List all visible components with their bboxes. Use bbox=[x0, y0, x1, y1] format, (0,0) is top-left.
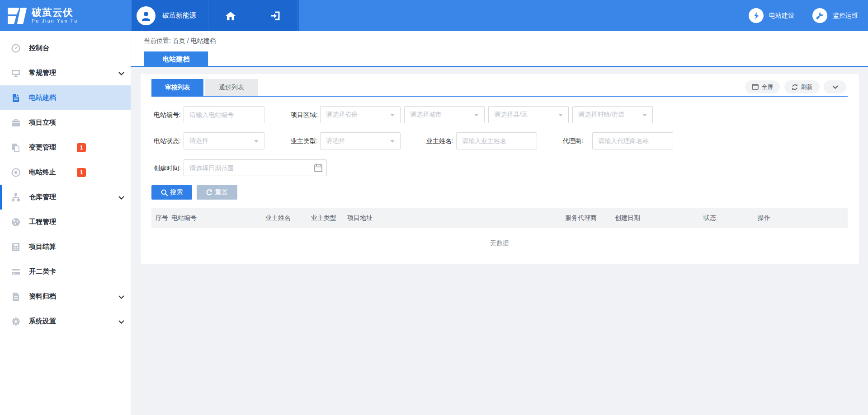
copy-icon bbox=[11, 143, 21, 153]
col-actions: 操作 bbox=[758, 208, 770, 228]
user-menu[interactable]: 破茧新能源 bbox=[132, 0, 208, 31]
breadcrumb: 当前位置: 首页 / 电站建档 bbox=[144, 37, 216, 45]
city-select[interactable]: 请选择城市 bbox=[404, 106, 485, 123]
owner-type-select[interactable]: 请选择 bbox=[320, 132, 401, 149]
col-index: 序号 bbox=[156, 208, 168, 228]
card-icon bbox=[11, 267, 21, 277]
badge-count: 1 bbox=[77, 168, 86, 177]
sitemap-icon bbox=[11, 192, 21, 202]
col-status: 状态 bbox=[703, 208, 716, 228]
owner-name-input[interactable] bbox=[456, 132, 537, 149]
chevron-down-icon bbox=[118, 193, 124, 201]
col-station-no: 电站编号 bbox=[171, 208, 197, 228]
table-header: 序号 电站编号 业主姓名 业主类型 项目地址 服务代理商 创建日期 状态 操作 bbox=[151, 208, 848, 228]
reset-icon bbox=[206, 189, 212, 196]
breadcrumb-band: 当前位置: 首页 / 电站建档 电站建档 bbox=[131, 31, 868, 67]
owner-type-label: 业主类型: bbox=[273, 132, 318, 149]
nav-monitor-ops[interactable]: 监控运维 bbox=[812, 8, 858, 23]
col-owner-type: 业主类型 bbox=[311, 208, 336, 228]
search-icon bbox=[161, 189, 168, 196]
sidebar-item-warehouse-mgmt[interactable]: 仓库管理 bbox=[0, 185, 131, 210]
nav-monitor-ops-label: 监控运维 bbox=[833, 12, 858, 20]
caret-down-icon bbox=[558, 114, 563, 117]
archive-icon bbox=[11, 292, 21, 302]
sidebar-item-station-termination[interactable]: 电站终止 1 bbox=[0, 160, 131, 185]
empty-state: 无数据 bbox=[151, 239, 848, 247]
user-icon bbox=[140, 10, 152, 22]
caret-down-icon bbox=[474, 114, 479, 117]
collapse-button[interactable] bbox=[824, 80, 846, 93]
chevron-down-icon bbox=[118, 293, 124, 301]
sidebar-item-project-initiation[interactable]: 项目立项 bbox=[0, 110, 131, 135]
page-tab-station-archive[interactable]: 电站建档 bbox=[144, 51, 208, 67]
panel-tabs: 审核列表 通过列表 bbox=[151, 79, 848, 97]
search-button[interactable]: 搜索 bbox=[151, 185, 192, 200]
header-user-section: 破茧新能源 bbox=[132, 0, 299, 31]
app-header: 破茧云伏 Po Jian Yun Fu 破茧新能源 bbox=[0, 0, 868, 31]
sidebar-item-project-settlement[interactable]: 项目结算 bbox=[0, 234, 131, 259]
sidebar-item-change-mgmt[interactable]: 变更管理 1 bbox=[0, 135, 131, 160]
col-created: 创建日期 bbox=[615, 208, 640, 228]
monitor-icon bbox=[11, 68, 21, 78]
sidebar-item-general-mgmt[interactable]: 常规管理 bbox=[0, 61, 131, 85]
town-select[interactable]: 请选择村镇/街道 bbox=[572, 106, 653, 123]
chevron-down-icon bbox=[118, 69, 124, 77]
nav-station-build[interactable]: 电站建设 bbox=[749, 8, 794, 23]
chevron-down-icon bbox=[832, 85, 838, 89]
home-icon bbox=[225, 11, 236, 21]
caret-down-icon bbox=[642, 114, 647, 117]
brand-subtitle: Po Jian Yun Fu bbox=[32, 19, 78, 24]
brand-logo: 破茧云伏 Po Jian Yun Fu bbox=[0, 0, 132, 31]
owner-name-label: 业主姓名: bbox=[408, 132, 453, 149]
sidebar-item-system-settings[interactable]: 系统设置 bbox=[0, 309, 131, 334]
nav-station-build-label: 电站建设 bbox=[769, 12, 794, 20]
sidebar-item-open-card[interactable]: 开二类卡 bbox=[0, 259, 131, 284]
chevron-down-icon bbox=[118, 317, 124, 326]
fullscreen-icon bbox=[752, 84, 759, 90]
station-no-label: 电站编号: bbox=[141, 106, 181, 123]
fullscreen-button[interactable]: 全屏 bbox=[745, 80, 780, 93]
station-status-label: 电站状态: bbox=[141, 132, 181, 149]
logout-button[interactable] bbox=[253, 0, 298, 31]
region-label: 项目区域: bbox=[273, 106, 318, 123]
reset-button[interactable]: 重置 bbox=[197, 185, 237, 200]
caret-down-icon bbox=[390, 140, 395, 143]
calculator-icon bbox=[11, 242, 21, 252]
agent-input[interactable] bbox=[592, 132, 673, 149]
badge-count: 1 bbox=[77, 143, 86, 152]
sidebar-item-console[interactable]: 控制台 bbox=[0, 36, 131, 61]
dashboard-icon bbox=[11, 43, 21, 53]
sidebar-item-data-archive[interactable]: 资料归档 bbox=[0, 284, 131, 309]
caret-down-icon bbox=[390, 114, 395, 117]
pie-icon bbox=[11, 217, 21, 227]
station-status-select[interactable]: 请选择 bbox=[184, 132, 264, 149]
sidebar-item-station-archive[interactable]: 电站建档 bbox=[0, 85, 131, 110]
tab-passed-list[interactable]: 通过列表 bbox=[205, 79, 258, 96]
document-icon bbox=[11, 93, 21, 103]
home-button[interactable] bbox=[208, 0, 253, 31]
briefcase-icon bbox=[11, 118, 21, 128]
col-owner-name: 业主姓名 bbox=[265, 208, 291, 228]
wrench-icon bbox=[812, 8, 827, 23]
brand-logo-icon bbox=[7, 7, 28, 25]
created-time-label: 创建时间: bbox=[141, 159, 181, 177]
date-range-input[interactable] bbox=[184, 159, 327, 176]
calendar-icon bbox=[314, 163, 322, 172]
sidebar: 控制台 常规管理 电站建档 项目立项 变更管理 1 电站终止 1 bbox=[0, 31, 131, 415]
gear-icon bbox=[11, 317, 21, 326]
station-no-input[interactable] bbox=[184, 106, 264, 123]
content-panel: 审核列表 通过列表 全屏 刷新 电站编号: 项目区域: 请选择省份 请选择城市 … bbox=[141, 74, 859, 264]
col-agent: 服务代理商 bbox=[565, 208, 597, 228]
province-select[interactable]: 请选择省份 bbox=[320, 106, 401, 123]
brand-title: 破茧云伏 bbox=[32, 7, 78, 18]
refresh-button[interactable]: 刷新 bbox=[784, 80, 820, 93]
sidebar-item-engineering-mgmt[interactable]: 工程管理 bbox=[0, 210, 131, 234]
logout-icon bbox=[270, 11, 281, 21]
agent-label: 代理商: bbox=[538, 132, 583, 149]
tab-review-list[interactable]: 审核列表 bbox=[151, 79, 203, 96]
avatar bbox=[137, 6, 156, 25]
active-marker bbox=[0, 185, 2, 210]
lightning-icon bbox=[749, 8, 764, 23]
refresh-icon bbox=[792, 84, 798, 90]
county-select[interactable]: 请选择县/区 bbox=[488, 106, 569, 123]
